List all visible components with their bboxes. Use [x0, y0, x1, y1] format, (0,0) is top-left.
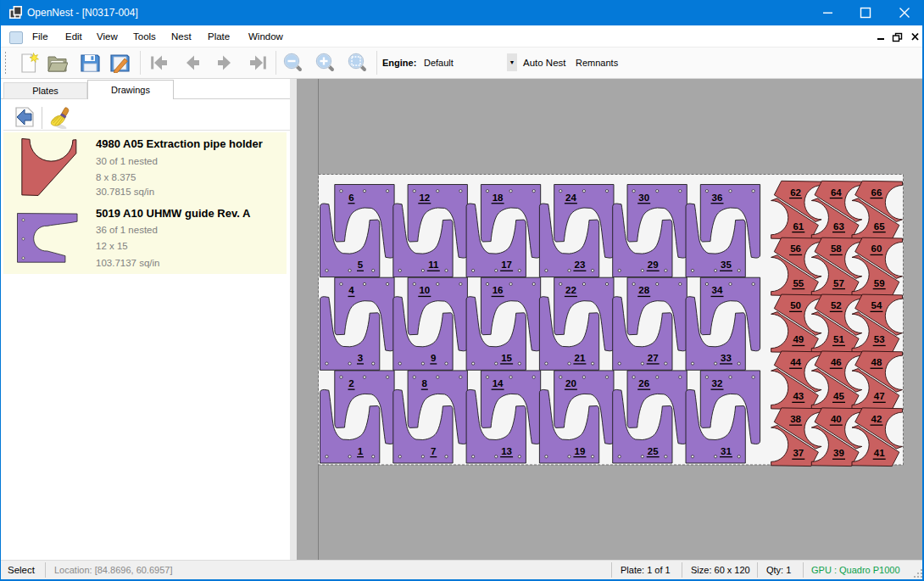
svg-text:25: 25	[648, 446, 659, 456]
svg-text:50: 50	[790, 300, 801, 310]
svg-text:43: 43	[793, 391, 804, 401]
svg-text:35: 35	[721, 260, 732, 270]
svg-text:60: 60	[871, 243, 882, 254]
svg-text:29: 29	[648, 260, 659, 270]
svg-text:63: 63	[833, 221, 844, 232]
svg-text:28: 28	[638, 285, 649, 295]
svg-text:53: 53	[874, 334, 885, 344]
svg-text:14: 14	[493, 378, 504, 388]
svg-text:9: 9	[431, 353, 436, 363]
svg-text:59: 59	[874, 278, 885, 288]
svg-text:11: 11	[428, 260, 439, 270]
svg-text:27: 27	[648, 353, 659, 363]
svg-text:54: 54	[871, 300, 882, 310]
svg-text:47: 47	[874, 391, 885, 401]
svg-text:22: 22	[565, 285, 576, 295]
svg-text:19: 19	[575, 446, 586, 456]
svg-text:62: 62	[790, 187, 801, 198]
svg-text:21: 21	[575, 353, 586, 363]
svg-text:41: 41	[874, 448, 885, 458]
svg-text:58: 58	[831, 243, 842, 254]
svg-text:52: 52	[831, 300, 842, 310]
svg-text:37: 37	[793, 448, 804, 458]
svg-text:40: 40	[831, 414, 842, 424]
svg-text:64: 64	[831, 187, 842, 198]
svg-text:17: 17	[501, 260, 512, 270]
svg-text:7: 7	[431, 446, 436, 456]
svg-text:1: 1	[358, 446, 364, 456]
svg-text:66: 66	[871, 187, 882, 198]
svg-text:65: 65	[874, 221, 885, 232]
svg-text:34: 34	[712, 285, 723, 295]
svg-text:51: 51	[833, 334, 844, 344]
svg-text:48: 48	[871, 357, 882, 367]
svg-text:32: 32	[712, 378, 723, 388]
svg-text:18: 18	[493, 193, 504, 203]
svg-text:55: 55	[793, 278, 804, 288]
svg-text:3: 3	[358, 353, 363, 363]
svg-text:31: 31	[721, 446, 732, 456]
svg-text:26: 26	[638, 378, 649, 388]
svg-text:20: 20	[565, 378, 576, 388]
svg-text:46: 46	[831, 357, 842, 367]
svg-text:6: 6	[348, 193, 353, 203]
svg-text:49: 49	[793, 334, 804, 344]
svg-text:16: 16	[493, 285, 504, 295]
svg-text:2: 2	[348, 378, 353, 388]
svg-text:38: 38	[790, 414, 801, 424]
svg-text:24: 24	[565, 193, 576, 203]
svg-text:36: 36	[712, 193, 723, 203]
svg-text:8: 8	[422, 378, 428, 388]
svg-text:33: 33	[721, 353, 732, 363]
svg-text:57: 57	[833, 278, 844, 288]
svg-text:5: 5	[358, 260, 364, 270]
svg-text:10: 10	[419, 285, 430, 295]
svg-text:12: 12	[419, 193, 430, 203]
svg-text:39: 39	[833, 448, 844, 458]
svg-text:23: 23	[575, 260, 586, 270]
svg-text:45: 45	[833, 391, 844, 401]
svg-text:42: 42	[871, 414, 882, 424]
svg-text:61: 61	[793, 221, 804, 232]
svg-text:30: 30	[638, 193, 649, 203]
svg-text:56: 56	[790, 243, 801, 254]
svg-text:13: 13	[501, 446, 512, 456]
svg-text:4: 4	[348, 285, 354, 295]
svg-text:15: 15	[501, 353, 512, 363]
svg-text:44: 44	[790, 357, 801, 367]
